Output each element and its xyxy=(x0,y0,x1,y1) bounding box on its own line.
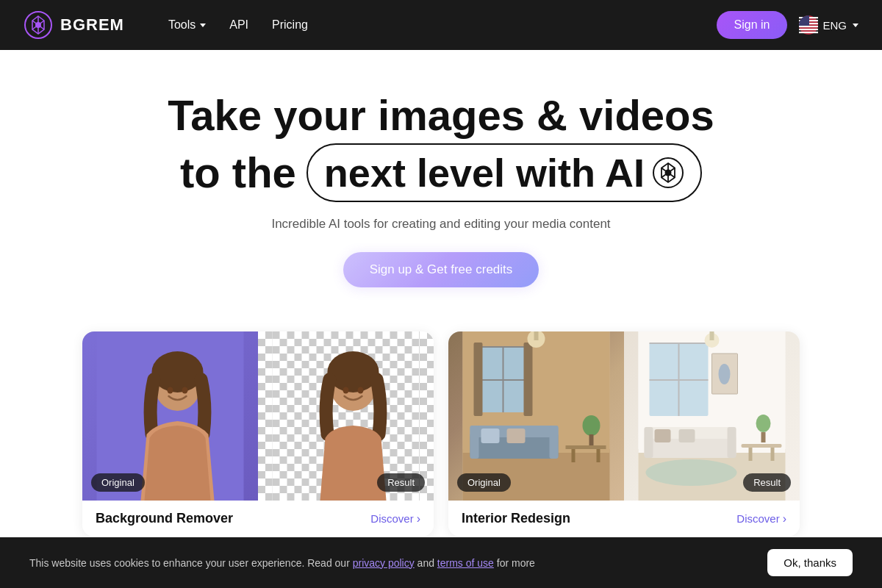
svg-point-25 xyxy=(358,387,364,394)
language-selector[interactable]: ENG xyxy=(799,15,858,35)
bg-remover-original-badge: Original xyxy=(91,473,145,492)
nav-right: Sign in ENG xyxy=(717,11,858,39)
interior-redesign-card: Original xyxy=(448,331,800,537)
svg-rect-63 xyxy=(771,448,775,461)
terms-of-use-link[interactable]: terms of use xyxy=(437,557,494,569)
cookie-ok-button[interactable]: Ok, thanks xyxy=(767,549,853,576)
cookie-for-more: for more xyxy=(494,557,535,569)
discover-arrow-icon: › xyxy=(417,512,420,526)
logo-icon xyxy=(24,10,53,40)
interior-images: Original xyxy=(448,331,800,501)
hero-title-line1: Take your images & videos xyxy=(29,91,853,140)
navbar: BGREM Tools API Pricing Sign in xyxy=(0,0,882,50)
hero-pill-text: next level with AI xyxy=(324,149,645,197)
tools-menu[interactable]: Tools xyxy=(159,12,215,37)
svg-point-24 xyxy=(343,387,349,394)
svg-point-11 xyxy=(664,170,671,176)
svg-point-70 xyxy=(646,459,737,486)
svg-point-44 xyxy=(583,415,600,436)
interior-discover-label: Discover xyxy=(736,512,779,525)
pricing-label: Pricing xyxy=(272,18,308,32)
svg-rect-62 xyxy=(749,448,753,461)
svg-rect-67 xyxy=(710,331,714,340)
logo-text: BGREM xyxy=(60,15,124,35)
svg-rect-47 xyxy=(534,331,539,340)
svg-rect-34 xyxy=(524,343,533,416)
bg-remover-title: Background Remover xyxy=(96,511,233,526)
logo-link[interactable]: BGREM xyxy=(24,10,124,40)
svg-rect-41 xyxy=(566,445,606,449)
interior-result-badge: Result xyxy=(743,473,791,492)
interior-title: Interior Redesign xyxy=(462,511,570,526)
lang-label: ENG xyxy=(822,19,847,32)
tools-chevron-icon xyxy=(200,24,206,27)
interior-result: Result xyxy=(624,331,800,501)
bg-remover-discover-link[interactable]: Discover › xyxy=(370,512,420,526)
pricing-link[interactable]: Pricing xyxy=(263,12,317,37)
svg-rect-6 xyxy=(799,29,818,30)
svg-rect-43 xyxy=(597,449,600,462)
cta-button[interactable]: Sign up & Get free credits xyxy=(343,252,539,287)
cards-section: Original xyxy=(0,331,882,537)
interior-discover-link[interactable]: Discover › xyxy=(736,512,786,526)
svg-point-69 xyxy=(719,364,731,384)
svg-rect-65 xyxy=(761,432,766,442)
api-label: API xyxy=(229,18,248,32)
cookie-text: This website uses cookies to enhance you… xyxy=(29,557,750,569)
bg-remover-discover-label: Discover xyxy=(370,512,413,525)
hero-title-line2: to the next level with AI xyxy=(29,143,853,203)
svg-rect-54 xyxy=(650,379,709,381)
nav-links: Tools API Pricing xyxy=(159,12,317,37)
interior-original-badge: Original xyxy=(457,473,511,492)
flag-icon xyxy=(799,15,818,35)
svg-rect-61 xyxy=(742,444,782,448)
bg-remover-result: Result xyxy=(258,331,434,501)
hero-title-prefix: to the xyxy=(180,147,296,198)
cookie-banner: This website uses cookies to enhance you… xyxy=(0,537,882,588)
svg-rect-45 xyxy=(589,434,594,445)
svg-rect-4 xyxy=(799,26,818,27)
bg-remover-footer: Background Remover Discover › xyxy=(82,501,434,537)
interior-footer: Interior Redesign Discover › xyxy=(448,501,800,537)
svg-point-23 xyxy=(328,351,379,392)
bg-remover-card: Original xyxy=(82,331,434,537)
api-link[interactable]: API xyxy=(220,12,257,37)
svg-rect-42 xyxy=(572,449,576,462)
svg-rect-40 xyxy=(507,429,526,443)
hero-subtitle: Incredible AI tools for creating and edi… xyxy=(29,217,853,232)
cookie-message: This website uses cookies to enhance you… xyxy=(29,557,353,569)
svg-point-15 xyxy=(168,387,173,394)
svg-rect-37 xyxy=(470,426,479,459)
bg-remover-images: Original xyxy=(82,331,434,501)
hero-section: Take your images & videos to the next le… xyxy=(0,50,882,311)
lang-chevron-icon xyxy=(853,24,858,27)
svg-point-1 xyxy=(35,22,41,28)
svg-rect-33 xyxy=(474,343,483,416)
interior-discover-arrow-icon: › xyxy=(783,512,786,526)
svg-rect-39 xyxy=(481,429,500,443)
tools-label: Tools xyxy=(168,18,196,32)
svg-rect-32 xyxy=(478,379,529,381)
bg-remover-result-badge: Result xyxy=(377,473,425,492)
cookie-and: and xyxy=(415,557,437,569)
svg-rect-58 xyxy=(728,427,736,458)
svg-point-64 xyxy=(756,415,771,432)
svg-point-16 xyxy=(182,387,188,394)
privacy-policy-link[interactable]: privacy policy xyxy=(353,557,415,569)
svg-rect-8 xyxy=(799,32,818,33)
pill-logo-icon xyxy=(652,157,684,189)
hero-pill: next level with AI xyxy=(306,143,702,203)
bg-remover-original: Original xyxy=(82,331,258,501)
interior-original: Original xyxy=(448,331,624,501)
svg-rect-57 xyxy=(645,427,653,458)
svg-rect-60 xyxy=(679,429,695,442)
svg-rect-59 xyxy=(655,429,671,442)
svg-rect-38 xyxy=(550,426,559,459)
svg-point-14 xyxy=(152,351,204,392)
sign-in-button[interactable]: Sign in xyxy=(717,11,788,39)
